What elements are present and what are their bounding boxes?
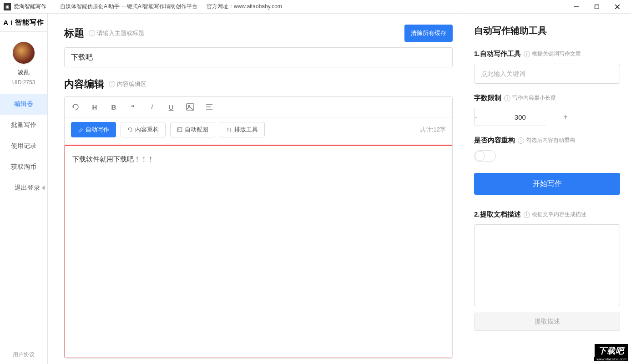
info-icon: i [524, 212, 530, 218]
title-section-label: 标题 [64, 26, 84, 40]
undo-icon[interactable] [71, 102, 80, 111]
uid: UID:2753 [12, 79, 35, 86]
sidebar-item-editor[interactable]: 编辑器 [0, 94, 47, 115]
info-icon: i [518, 137, 524, 144]
tools-panel-title: 自动写作辅助工具 [474, 25, 620, 37]
svg-rect-1 [595, 5, 599, 9]
maximize-button[interactable] [586, 0, 607, 13]
underline-icon[interactable]: U [167, 102, 176, 111]
restructure-toggle[interactable] [474, 150, 496, 162]
tools-column: 自动写作辅助工具 1.自动写作工具 i根据关键词写作文章 字数限制 i写作内容最… [463, 14, 631, 364]
restructure-toggle-hint: i勾选后内容自动重构 [518, 136, 575, 144]
word-limit-label: 字数限制 [474, 94, 501, 102]
titlebar: ◉ 爱淘智能写作 自媒体智能伪原创AI助手 一键式AI智能写作辅助创作平台 官方… [0, 0, 631, 14]
format-toolbar: H B “ I U [65, 97, 452, 117]
info-icon: i [504, 95, 510, 101]
description-output [474, 224, 620, 306]
content-textarea[interactable] [64, 145, 453, 359]
clear-cache-button[interactable]: 清除所有缓存 [404, 25, 453, 42]
auto-write-button[interactable]: 自动写作 [71, 122, 116, 137]
svg-rect-9 [177, 128, 182, 131]
extract-description-button[interactable]: 提取描述 [474, 313, 620, 331]
restructure-toggle-label: 是否内容重构 [474, 136, 515, 145]
layout-tool-button[interactable]: 排版工具 [220, 122, 265, 137]
website-label: 官方网址：www.aitaobaby.com [207, 3, 282, 10]
heading-icon[interactable]: H [90, 102, 99, 111]
word-limit-hint: i写作内容最小长度 [504, 94, 556, 102]
sidebar-item-history[interactable]: 使用记录 [0, 136, 47, 157]
bold-icon[interactable]: B [109, 102, 118, 111]
sidebar-item-coins[interactable]: 获取淘币 [0, 157, 47, 177]
keyword-input[interactable] [474, 64, 620, 84]
action-toolbar: 自动写作 内容重构 自动配图 排版工具 共计:12字 [65, 117, 452, 145]
restructure-button[interactable]: 内容重构 [121, 122, 166, 137]
stepper-plus[interactable]: + [563, 108, 567, 126]
extract-desc-label: 2.提取文档描述 [474, 210, 521, 219]
info-icon: i [89, 30, 95, 36]
sidebar-item-batch[interactable]: 批量写作 [0, 115, 47, 136]
info-icon: i [524, 51, 530, 57]
info-icon: i [109, 81, 115, 87]
sidebar-item-logout[interactable]: 退出登录 [0, 177, 47, 198]
image-icon[interactable] [186, 102, 195, 111]
user-agreement-link[interactable]: 用户协议 [13, 351, 35, 364]
quote-icon[interactable]: “ [128, 102, 137, 111]
italic-icon[interactable]: I [147, 102, 156, 111]
brand: A I 智能写作 [0, 14, 47, 32]
content-hint: i内容编辑区 [109, 80, 146, 88]
auto-image-button[interactable]: 自动配图 [170, 122, 215, 137]
minimize-button[interactable] [566, 0, 586, 13]
close-button[interactable] [607, 0, 627, 13]
username: 凌乱 [18, 68, 30, 76]
app-icon: ◉ [4, 3, 11, 10]
app-tagline: 自媒体智能伪原创AI助手 一键式AI智能写作辅助创作平台 [60, 3, 197, 10]
stepper-value[interactable] [477, 108, 563, 126]
align-icon[interactable] [205, 102, 214, 111]
sidebar: A I 智能写作 凌乱 UID:2753 编辑器 批量写作 使用记录 获取淘币 … [0, 14, 48, 364]
content-section-label: 内容编辑 [64, 77, 104, 91]
svg-point-5 [188, 106, 190, 107]
title-hint: i请输入主题或标题 [89, 29, 144, 37]
word-limit-stepper[interactable]: - + [474, 108, 547, 126]
auto-write-tool-label: 1.自动写作工具 [474, 50, 521, 58]
start-writing-button[interactable]: 开始写作 [474, 173, 620, 195]
title-input[interactable] [64, 47, 453, 67]
svg-point-10 [178, 129, 179, 130]
app-name: 爱淘智能写作 [14, 3, 46, 10]
char-count: 共计:12字 [420, 126, 446, 134]
extract-desc-hint: i根据文章内容生成描述 [524, 211, 586, 218]
auto-write-hint: i根据关键词写作文章 [524, 50, 581, 58]
avatar[interactable] [13, 42, 35, 64]
editor-column: 标题 i请输入主题或标题 清除所有缓存 内容编辑 i内容编辑区 H B “ I … [48, 14, 463, 364]
